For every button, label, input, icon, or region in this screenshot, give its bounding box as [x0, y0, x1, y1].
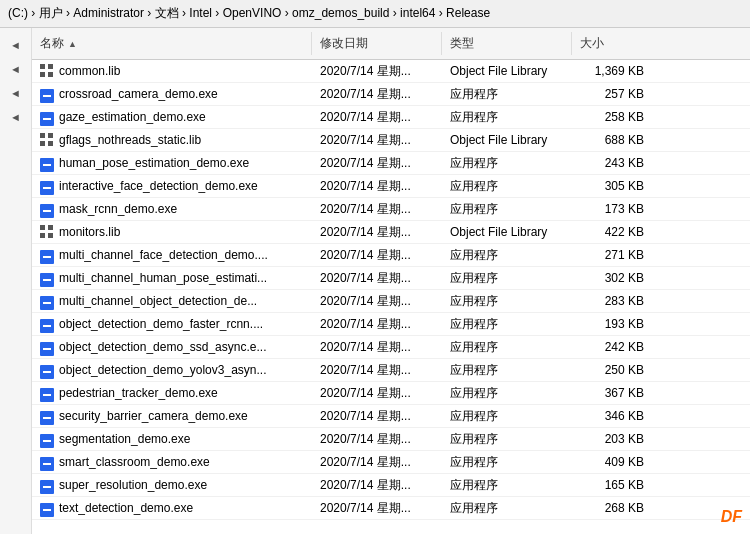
- file-name-cell: monitors.lib: [32, 221, 312, 243]
- file-name-cell: text_detection_demo.exe: [32, 497, 312, 519]
- file-name-text: interactive_face_detection_demo.exe: [59, 179, 258, 193]
- file-type-cell: 应用程序: [442, 313, 572, 335]
- file-name-cell: security_barrier_camera_demo.exe: [32, 405, 312, 427]
- file-type-cell: 应用程序: [442, 474, 572, 496]
- table-row[interactable]: segmentation_demo.exe2020/7/14 星期...应用程序…: [32, 428, 750, 451]
- exe-icon: [40, 477, 54, 494]
- side-icon-1[interactable]: ◄: [7, 36, 25, 54]
- file-modified-cell: 2020/7/14 星期...: [312, 244, 442, 266]
- file-name-text: object_detection_demo_ssd_async.e...: [59, 340, 266, 354]
- side-icon-3[interactable]: ◄: [7, 84, 25, 102]
- file-name-cell: multi_channel_face_detection_demo....: [32, 244, 312, 266]
- table-row[interactable]: human_pose_estimation_demo.exe2020/7/14 …: [32, 152, 750, 175]
- exe-icon: [40, 247, 54, 264]
- exe-icon: [40, 454, 54, 471]
- file-name-text: common.lib: [59, 64, 120, 78]
- file-name-text: segmentation_demo.exe: [59, 432, 190, 446]
- file-size-cell: 283 KB: [572, 290, 652, 312]
- table-row[interactable]: super_resolution_demo.exe2020/7/14 星期...…: [32, 474, 750, 497]
- file-type-cell: Object File Library: [442, 221, 572, 243]
- table-row[interactable]: gflags_nothreads_static.lib2020/7/14 星期.…: [32, 129, 750, 152]
- file-name-cell: multi_channel_object_detection_de...: [32, 290, 312, 312]
- table-row[interactable]: mask_rcnn_demo.exe2020/7/14 星期...应用程序173…: [32, 198, 750, 221]
- exe-icon: [40, 109, 54, 126]
- file-type-cell: Object File Library: [442, 60, 572, 82]
- file-size-cell: 250 KB: [572, 359, 652, 381]
- table-row[interactable]: gaze_estimation_demo.exe2020/7/14 星期...应…: [32, 106, 750, 129]
- file-type-cell: 应用程序: [442, 175, 572, 197]
- file-type-cell: 应用程序: [442, 428, 572, 450]
- table-header: 名称 ▲ 修改日期 类型 大小: [32, 28, 750, 60]
- exe-icon: [40, 408, 54, 425]
- file-type-cell: Object File Library: [442, 129, 572, 151]
- file-modified-cell: 2020/7/14 星期...: [312, 451, 442, 473]
- table-row[interactable]: crossroad_camera_demo.exe2020/7/14 星期...…: [32, 83, 750, 106]
- side-strip: ◄ ◄ ◄ ◄: [0, 28, 32, 534]
- exe-icon: [40, 385, 54, 402]
- table-row[interactable]: multi_channel_human_pose_estimati...2020…: [32, 267, 750, 290]
- col-header-type[interactable]: 类型: [442, 32, 572, 55]
- file-modified-cell: 2020/7/14 星期...: [312, 474, 442, 496]
- file-name-text: super_resolution_demo.exe: [59, 478, 207, 492]
- address-path: (C:) › 用户 › Administrator › 文档 › Intel ›…: [8, 5, 490, 22]
- file-list[interactable]: common.lib2020/7/14 星期...Object File Lib…: [32, 60, 750, 534]
- file-modified-cell: 2020/7/14 星期...: [312, 336, 442, 358]
- file-name-text: security_barrier_camera_demo.exe: [59, 409, 248, 423]
- table-row[interactable]: object_detection_demo_ssd_async.e...2020…: [32, 336, 750, 359]
- table-row[interactable]: common.lib2020/7/14 星期...Object File Lib…: [32, 60, 750, 83]
- file-modified-cell: 2020/7/14 星期...: [312, 198, 442, 220]
- exe-icon: [40, 431, 54, 448]
- table-row[interactable]: smart_classroom_demo.exe2020/7/14 星期...应…: [32, 451, 750, 474]
- file-size-cell: 193 KB: [572, 313, 652, 335]
- file-name-text: text_detection_demo.exe: [59, 501, 193, 515]
- file-modified-cell: 2020/7/14 星期...: [312, 83, 442, 105]
- side-icon-2[interactable]: ◄: [7, 60, 25, 78]
- col-header-name[interactable]: 名称 ▲: [32, 32, 312, 55]
- table-row[interactable]: text_detection_demo.exe2020/7/14 星期...应用…: [32, 497, 750, 520]
- table-row[interactable]: object_detection_demo_yolov3_asyn...2020…: [32, 359, 750, 382]
- file-size-cell: 257 KB: [572, 83, 652, 105]
- address-bar[interactable]: (C:) › 用户 › Administrator › 文档 › Intel ›…: [0, 0, 750, 28]
- col-header-size[interactable]: 大小: [572, 32, 652, 55]
- file-name-cell: pedestrian_tracker_demo.exe: [32, 382, 312, 404]
- col-header-modified[interactable]: 修改日期: [312, 32, 442, 55]
- file-size-cell: 346 KB: [572, 405, 652, 427]
- file-modified-cell: 2020/7/14 星期...: [312, 428, 442, 450]
- table-row[interactable]: multi_channel_object_detection_de...2020…: [32, 290, 750, 313]
- file-name-text: object_detection_demo_yolov3_asyn...: [59, 363, 266, 377]
- file-name-cell: interactive_face_detection_demo.exe: [32, 175, 312, 197]
- watermark: DF: [721, 508, 742, 526]
- table-row[interactable]: monitors.lib2020/7/14 星期...Object File L…: [32, 221, 750, 244]
- file-type-cell: 应用程序: [442, 290, 572, 312]
- file-size-cell: 302 KB: [572, 267, 652, 289]
- file-size-cell: 422 KB: [572, 221, 652, 243]
- exe-icon: [40, 339, 54, 356]
- exe-icon: [40, 201, 54, 218]
- file-modified-cell: 2020/7/14 星期...: [312, 129, 442, 151]
- file-name-cell: gaze_estimation_demo.exe: [32, 106, 312, 128]
- file-name-text: object_detection_demo_faster_rcnn....: [59, 317, 263, 331]
- exe-icon: [40, 316, 54, 333]
- file-name-text: gaze_estimation_demo.exe: [59, 110, 206, 124]
- file-modified-cell: 2020/7/14 星期...: [312, 221, 442, 243]
- file-size-cell: 367 KB: [572, 382, 652, 404]
- file-size-cell: 203 KB: [572, 428, 652, 450]
- exe-icon: [40, 362, 54, 379]
- table-row[interactable]: security_barrier_camera_demo.exe2020/7/1…: [32, 405, 750, 428]
- file-type-cell: 应用程序: [442, 497, 572, 519]
- file-size-cell: 243 KB: [572, 152, 652, 174]
- file-size-cell: 688 KB: [572, 129, 652, 151]
- table-row[interactable]: multi_channel_face_detection_demo....202…: [32, 244, 750, 267]
- side-icon-4[interactable]: ◄: [7, 108, 25, 126]
- file-modified-cell: 2020/7/14 星期...: [312, 175, 442, 197]
- file-modified-cell: 2020/7/14 星期...: [312, 313, 442, 335]
- table-row[interactable]: pedestrian_tracker_demo.exe2020/7/14 星期.…: [32, 382, 750, 405]
- table-row[interactable]: interactive_face_detection_demo.exe2020/…: [32, 175, 750, 198]
- file-modified-cell: 2020/7/14 星期...: [312, 106, 442, 128]
- file-modified-cell: 2020/7/14 星期...: [312, 60, 442, 82]
- table-row[interactable]: object_detection_demo_faster_rcnn....202…: [32, 313, 750, 336]
- file-size-cell: 268 KB: [572, 497, 652, 519]
- file-type-cell: 应用程序: [442, 152, 572, 174]
- file-name-text: monitors.lib: [59, 225, 120, 239]
- lib-icon: [40, 225, 54, 239]
